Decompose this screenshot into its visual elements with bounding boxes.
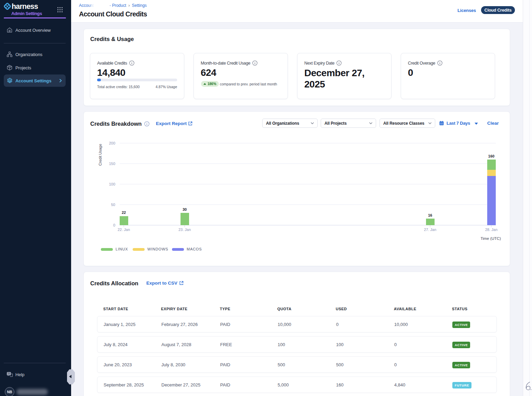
svg-text:100: 100 — [109, 182, 115, 186]
svg-text:28. Jan: 28. Jan — [485, 228, 497, 232]
svg-text:27. Jan: 27. Jan — [424, 228, 436, 232]
svg-text:23. Jan: 23. Jan — [178, 228, 191, 232]
svg-text:0: 0 — [113, 223, 115, 227]
svg-text:?: ? — [8, 372, 10, 375]
svg-text:Credit Usage: Credit Usage — [98, 144, 102, 166]
svg-text:Time (UTC): Time (UTC) — [480, 236, 501, 241]
svg-text:200: 200 — [109, 141, 115, 145]
svg-text:22. Jan: 22. Jan — [118, 228, 130, 232]
svg-text:16: 16 — [428, 213, 432, 217]
svg-text:30: 30 — [183, 207, 187, 211]
svg-text:50: 50 — [111, 203, 115, 207]
svg-text:22: 22 — [122, 210, 126, 215]
svg-text:160: 160 — [488, 154, 494, 158]
svg-text:150: 150 — [109, 162, 115, 166]
